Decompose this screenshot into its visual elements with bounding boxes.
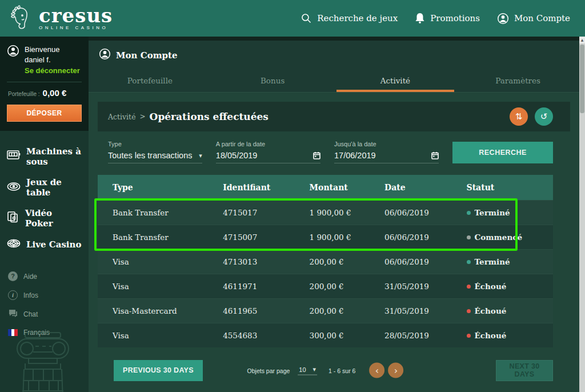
- chevron-right-icon: ›: [394, 365, 398, 375]
- slot-machine-icon: [7, 150, 21, 163]
- column-header-montant: Montant: [310, 183, 385, 192]
- cell-type: Visa: [98, 282, 223, 291]
- per-page-label: Objets par page: [247, 367, 290, 374]
- cell-type: Visa-Mastercard: [98, 306, 223, 315]
- status-badge: Échoué: [475, 331, 507, 340]
- table-games-icon: [7, 182, 21, 194]
- page-previous-button[interactable]: ‹: [369, 363, 384, 378]
- sidebar-item-live-casino[interactable]: Live Casino: [0, 234, 89, 255]
- welcome-text: Bienvenue: [25, 45, 80, 55]
- table-row[interactable]: Visa-Mastercard 4611965 200,00 € 31/05/2…: [98, 298, 553, 323]
- nav-promotions-label: Promotions: [430, 13, 480, 23]
- logo-subtitle: ONLINE CASINO: [39, 25, 113, 30]
- sidebar-item-infos[interactable]: i Infos: [0, 286, 89, 305]
- nav-promotions[interactable]: Promotions: [415, 13, 480, 24]
- sidebar-item-label: Vidéo Poker: [25, 208, 82, 229]
- type-filter-label: Type: [108, 141, 202, 147]
- tab-parametres[interactable]: Paramètres: [456, 70, 579, 92]
- main-content: Mon Compte Portefeuille Bonus Activité P…: [89, 37, 579, 392]
- sidebar: Bienvenue daniel f. Se déconnecter Porte…: [0, 37, 89, 392]
- pagination-range: 1 - 6 sur 6: [328, 367, 355, 374]
- divider: [7, 82, 82, 82]
- from-date-field[interactable]: A partir de la date 18/05/2019: [216, 141, 320, 163]
- column-header-statut: Statut: [467, 183, 553, 192]
- column-pillar-illustration: [5, 331, 80, 392]
- search-button[interactable]: RECHERCHE: [452, 142, 553, 163]
- table-row[interactable]: Visa 4554683 300,00 € 28/05/2019 Échoué: [98, 323, 553, 347]
- sidebar-item-chat[interactable]: Chat: [0, 305, 89, 324]
- user-icon: [497, 13, 509, 25]
- per-page-value: 10: [299, 366, 306, 373]
- deposit-button[interactable]: DÉPOSER: [7, 105, 82, 122]
- activity-panel: Activité > Opérations effectuées ⇅ ↺ Typ…: [98, 102, 570, 382]
- sidebar-item-table-games[interactable]: Jeux de table: [0, 172, 89, 203]
- avatar-icon: [7, 45, 19, 75]
- breadcrumb-section[interactable]: Activité: [108, 113, 136, 121]
- column-header-identifiant: Identifiant: [223, 183, 309, 192]
- nav-search-games[interactable]: Recherche de jeux: [300, 13, 398, 24]
- scrollbar-thumb[interactable]: [580, 45, 584, 113]
- transfer-button[interactable]: ⇅: [510, 107, 528, 126]
- cresus-head-icon: [8, 5, 33, 31]
- cell-date: 31/05/2019: [384, 282, 466, 291]
- scrollbar[interactable]: ▲: [579, 37, 585, 392]
- type-filter[interactable]: Type Toutes les transactions ▾: [108, 141, 202, 163]
- status-dot: [467, 334, 471, 338]
- account-title: Mon Compte: [116, 50, 178, 61]
- previous-30-days-button[interactable]: PREVIOUS 30 DAYS: [114, 360, 203, 381]
- account-header: Mon Compte Portefeuille Bonus Activité P…: [89, 41, 579, 93]
- cell-date: 28/05/2019: [384, 331, 466, 340]
- table-row[interactable]: Visa 4713013 200,00 € 06/06/2019 Terminé: [98, 249, 553, 274]
- calendar-icon: [313, 151, 320, 159]
- table-row[interactable]: Bank Transfer 4715017 1 900,00 € 06/06/2…: [98, 200, 553, 225]
- status-badge: Commencé: [475, 233, 523, 242]
- page-next-button[interactable]: ›: [388, 363, 403, 378]
- active-tab-underline: [336, 90, 455, 92]
- video-poker-icon: [7, 211, 19, 225]
- scrollbar-up-arrow[interactable]: ▲: [579, 37, 585, 43]
- tab-activite[interactable]: Activité: [334, 70, 457, 92]
- sidebar-item-video-poker[interactable]: Vidéo Poker: [0, 203, 89, 234]
- table-header-row: Type Identifiant Montant Date Statut: [98, 175, 553, 200]
- logo-title: cresus: [39, 7, 113, 24]
- sidebar-item-label: Aide: [23, 273, 37, 281]
- bell-icon: [415, 13, 425, 24]
- to-date-label: Jusqu'à la date: [334, 141, 439, 147]
- tab-portefeuille[interactable]: Portefeuille: [89, 70, 211, 92]
- chevron-left-icon: ‹: [375, 365, 379, 375]
- help-icon: ?: [8, 271, 18, 281]
- sidebar-item-label: Live Casino: [26, 239, 81, 250]
- table-row[interactable]: Bank Transfer 4715007 1 900,00 € 06/06/2…: [98, 225, 553, 249]
- sidebar-item-label: Jeux de table: [26, 177, 82, 198]
- logout-link[interactable]: Se déconnecter: [25, 66, 80, 75]
- per-page-select[interactable]: 10 ▾: [298, 366, 317, 375]
- account-avatar-icon: [99, 48, 111, 62]
- nav-my-account-label: Mon Compte: [514, 13, 570, 23]
- cell-type: Visa: [98, 331, 223, 340]
- to-date-field[interactable]: Jusqu'à la date 17/06/2019: [334, 141, 439, 163]
- sidebar-item-help[interactable]: ? Aide: [0, 267, 89, 286]
- nav-my-account[interactable]: Mon Compte: [497, 13, 570, 25]
- roulette-icon: [7, 239, 21, 250]
- tab-bonus[interactable]: Bonus: [211, 70, 334, 92]
- sidebar-item-slots[interactable]: Machines à sous: [0, 141, 89, 172]
- cell-date: 31/05/2019: [384, 306, 466, 315]
- to-date-value: 17/06/2019: [334, 151, 376, 160]
- breadcrumb: Activité > Opérations effectuées ⇅ ↺: [98, 102, 570, 131]
- next-30-days-button[interactable]: NEXT 30 DAYS: [496, 360, 553, 381]
- calendar-icon: [431, 151, 439, 159]
- from-date-value: 18/05/2019: [216, 151, 258, 160]
- search-icon: [300, 13, 312, 24]
- cell-id: 4611971: [223, 282, 309, 291]
- cell-id: 4715007: [223, 233, 309, 242]
- status-badge: Terminé: [475, 208, 510, 217]
- history-button[interactable]: ↺: [535, 107, 553, 126]
- table-row[interactable]: Visa 4611971 200,00 € 31/05/2019 Échoué: [98, 274, 553, 298]
- cell-date: 06/06/2019: [384, 208, 466, 217]
- sidebar-main-menu: Machines à sous Jeux de table: [0, 131, 89, 259]
- cell-type: Visa: [98, 257, 223, 266]
- logo[interactable]: cresus ONLINE CASINO: [8, 5, 113, 31]
- table-footer: PREVIOUS 30 DAYS Objets par page 10 ▾ 1 …: [98, 359, 553, 382]
- cell-id: 4554683: [223, 331, 309, 340]
- sidebar-item-label: Machines à sous: [26, 146, 82, 167]
